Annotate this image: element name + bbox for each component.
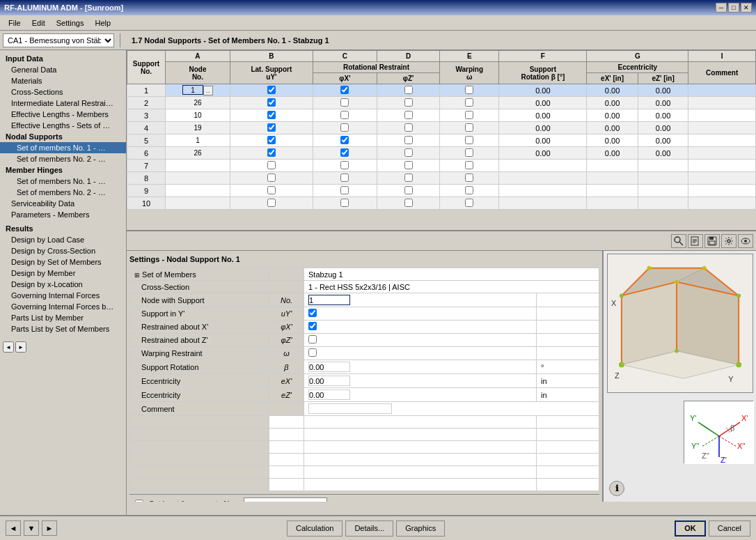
col-e-header: E [440, 51, 499, 62]
settings-row-node: Node with Support No. [130, 293, 599, 307]
sidebar-subitem-mh-set-1[interactable]: Set of members No. 1 - Sta... [0, 176, 126, 187]
support-y-checkbox[interactable] [308, 309, 317, 317]
svg-rect-8 [709, 241, 715, 245]
down-icon-button[interactable]: ▼ [24, 520, 39, 536]
settings-value-node[interactable] [304, 293, 537, 307]
col-eccentricity-header: Eccentricity [587, 62, 688, 73]
grid-toolbar [127, 231, 756, 251]
sidebar-item-member-hinges[interactable]: Member Hinges [0, 164, 126, 176]
col-f-header: F [499, 51, 587, 62]
col-ez-header: eZ' [in] [638, 73, 688, 84]
settings-value-cs: 1 - Rect HSS 5x2x3/16 | AISC [304, 281, 599, 293]
svg-line-1 [679, 242, 683, 245]
data-grid: SupportNo. A B C D E F G I NodeNo. [127, 50, 756, 210]
svg-text:X': X' [741, 414, 748, 422]
settings-panel: Settings - Nodal Support No. 1 ⊞ Set of … [127, 251, 603, 502]
cancel-button[interactable]: Cancel [709, 520, 750, 537]
sidebar-item-parts-som[interactable]: Parts List by Set of Members [0, 323, 126, 334]
col-a-header: A [166, 51, 230, 62]
settings-row-ecc-z: Eccentricity eZ' in [130, 388, 599, 402]
sidebar-item-design-member[interactable]: Design by Member [0, 268, 126, 279]
settings-value-eccz[interactable] [304, 388, 537, 402]
minimize-button[interactable]: ─ [716, 3, 727, 13]
sidebar-item-cross-sections[interactable]: Cross-Sections [0, 86, 126, 98]
sidebar-item-parameters[interactable]: Parameters - Members [0, 209, 126, 220]
action-row: ◄ ▼ ► Calculation Details... Graphics OK… [0, 515, 756, 540]
back-icon-button[interactable]: ◄ [6, 520, 21, 536]
data-grid-container[interactable]: SupportNo. A B C D E F G I NodeNo. [127, 50, 756, 231]
settings-symbol-comment [269, 402, 304, 416]
menu-settings[interactable]: Settings [51, 17, 90, 29]
calculation-button[interactable]: Calculation [287, 520, 342, 537]
sidebar-item-design-xloc[interactable]: Design by x-Location [0, 279, 126, 290]
col-phi-z-header: φZ' [377, 73, 440, 84]
support-rotation-input[interactable] [308, 362, 350, 372]
grid-view-btn[interactable] [738, 234, 753, 248]
grid-settings-btn[interactable] [721, 234, 737, 248]
menu-edit[interactable]: Edit [26, 17, 51, 29]
svg-point-31 [702, 266, 706, 270]
svg-point-28 [619, 293, 623, 298]
action-center: Calculation Details... Graphics [287, 520, 445, 537]
grid-zoom-btn[interactable] [671, 234, 686, 248]
sidebar-subitem-set-members-2[interactable]: Set of members No. 2 - Sta... [0, 153, 126, 164]
maximize-button[interactable]: □ [728, 3, 739, 13]
comment-input[interactable] [308, 403, 392, 414]
sidebar-item-gov-int-forces-m[interactable]: Governing Internal Forces by M... [0, 301, 126, 312]
svg-point-32 [675, 280, 679, 284]
sidebar-item-parts-member[interactable]: Parts List by Member [0, 312, 126, 323]
ecc-x-input[interactable] [308, 376, 350, 386]
close-button[interactable]: ✕ [741, 3, 752, 13]
toolbar-row: CA1 - Bemessung von Stäben a 1.7 Nodal S… [0, 31, 756, 50]
settings-row-warping: Warping Restraint ω [130, 347, 599, 360]
restrained-x-checkbox[interactable] [308, 322, 317, 330]
settings-title: Settings - Nodal Support No. 1 [129, 254, 599, 265]
graphics-button[interactable]: Graphics [396, 520, 445, 537]
menu-file[interactable]: File [3, 17, 26, 29]
sidebar-item-ilr[interactable]: Intermediate Lateral Restraints [0, 98, 126, 109]
sidebar-subitem-set-members-1[interactable]: Set of members No. 1 - Sta... [0, 142, 126, 153]
grid-export1-btn[interactable] [688, 234, 703, 248]
sidebar-item-serviceability[interactable]: Serviceability Data [0, 198, 126, 209]
settings-value-rx[interactable] [304, 321, 537, 334]
sidebar-item-design-cs[interactable]: Design by Cross-Section [0, 245, 126, 256]
bottom-input-row: Set input for supports No.: [129, 494, 599, 502]
settings-row-cross-section: Cross-Section 1 - Rect HSS 5x2x3/16 | AI… [130, 281, 599, 293]
settings-value-srot[interactable] [304, 360, 537, 374]
restrained-z-checkbox[interactable] [308, 335, 317, 344]
sidebar-item-design-lc[interactable]: Design by Load Case [0, 234, 126, 245]
forward-icon-button[interactable]: ► [42, 520, 57, 536]
sidebar-subitem-mh-set-2[interactable]: Set of members No. 2 - Sta... [0, 187, 126, 198]
settings-value-sy[interactable] [304, 307, 537, 321]
warping-checkbox[interactable] [308, 348, 317, 357]
node-value-input[interactable] [308, 295, 350, 305]
settings-row-restrained-z: Restrained about Z' φZ' [130, 334, 599, 347]
col-b-header: B [230, 51, 313, 62]
col-node-no-header: NodeNo. [166, 62, 230, 84]
menu-help[interactable]: Help [89, 17, 116, 29]
col-c-header: C [313, 51, 377, 62]
sidebar-scroll-right[interactable]: ► [15, 341, 26, 353]
grid-export2-btn[interactable] [704, 234, 720, 248]
set-input-checkbox[interactable] [135, 500, 143, 502]
sidebar-item-nodal-supports[interactable]: Nodal Supports [0, 131, 126, 142]
sidebar-item-design-som[interactable]: Design by Set of Members [0, 256, 126, 268]
sidebar-item-materials[interactable]: Materials [0, 75, 126, 86]
ok-button[interactable]: OK [675, 520, 706, 537]
settings-value-comment[interactable] [304, 402, 599, 416]
sidebar-scroll-left[interactable]: ◄ [3, 341, 14, 353]
info-button[interactable]: ℹ [609, 481, 624, 496]
sidebar: Input Data General Data Materials Cross-… [0, 50, 127, 515]
set-input-text[interactable] [244, 497, 327, 502]
settings-value-rz[interactable] [304, 334, 537, 347]
sidebar-item-eff-len-members[interactable]: Effective Lengths - Members [0, 109, 126, 120]
ecc-z-input[interactable] [308, 389, 350, 400]
case-selector[interactable]: CA1 - Bemessung von Stäben a [3, 33, 114, 47]
sidebar-item-gov-int-forces[interactable]: Governing Internal Forces [0, 290, 126, 301]
sidebar-item-eff-len-sets[interactable]: Effective Lengths - Sets of Me... [0, 120, 126, 131]
settings-value-eccx[interactable] [304, 374, 537, 388]
svg-point-9 [727, 240, 730, 242]
settings-value-warping[interactable] [304, 347, 537, 360]
details-button[interactable]: Details... [345, 520, 393, 537]
sidebar-item-general-data[interactable]: General Data [0, 64, 126, 75]
